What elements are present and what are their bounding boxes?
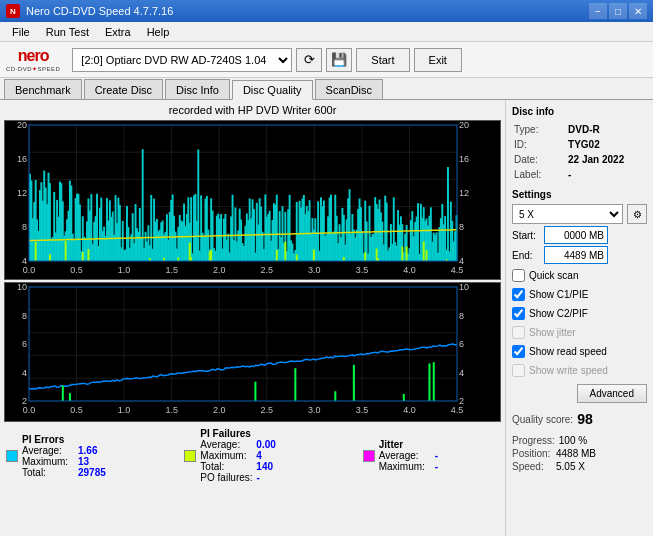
quick-scan-label: Quick scan (529, 270, 578, 281)
progress-section: Progress: 100 % Position: 4488 MB Speed:… (512, 435, 647, 472)
disc-date-row: Date: 22 Jan 2022 (514, 153, 645, 166)
disc-info-table: Type: DVD-R ID: TYG02 Date: 22 Jan 2022 … (512, 121, 647, 183)
title-bar: N Nero CD-DVD Speed 4.7.7.16 − □ ✕ (0, 0, 653, 22)
pi-errors-stats: PI Errors Average:1.66 Maximum:13 Total:… (6, 428, 176, 483)
show-jitter-row: Show jitter (512, 326, 647, 339)
show-c1-pie-row: Show C1/PIE (512, 288, 647, 301)
disc-id-row: ID: TYG02 (514, 138, 645, 151)
tab-disc-quality[interactable]: Disc Quality (232, 80, 313, 100)
chart-area: recorded with HP DVD Writer 600r PI Erro… (0, 100, 505, 536)
show-jitter-label: Show jitter (529, 327, 576, 338)
position-row: Position: 4488 MB (512, 448, 647, 459)
top-chart (4, 120, 501, 280)
progress-value: 100 % (559, 435, 587, 446)
end-row: End: (512, 246, 647, 264)
stats-row: PI Errors Average:1.66 Maximum:13 Total:… (4, 424, 501, 483)
settings-title: Settings (512, 189, 647, 200)
menu-bar: File Run Test Extra Help (0, 22, 653, 42)
tab-disc-info[interactable]: Disc Info (165, 79, 230, 99)
quality-score-row: Quality score: 98 (512, 411, 647, 427)
show-read-speed-label: Show read speed (529, 346, 607, 357)
close-button[interactable]: ✕ (629, 3, 647, 19)
app-icon: N (6, 4, 20, 18)
pi-failures-values: Average:0.00 Maximum:4 Total:140 PO fail… (200, 439, 286, 483)
nero-logo-text: nero (18, 47, 49, 65)
jitter-stats: Jitter Average:- Maximum:- (363, 428, 499, 483)
progress-row: Progress: 100 % (512, 435, 647, 446)
show-c1-pie-checkbox[interactable] (512, 288, 525, 301)
disc-label-row: Label: - (514, 168, 645, 181)
disc-type-label: Type: (514, 123, 566, 136)
chart-header: recorded with HP DVD Writer 600r (4, 104, 501, 116)
title-text: Nero CD-DVD Speed 4.7.7.16 (26, 5, 587, 17)
bottom-chart (4, 282, 501, 422)
start-label: Start: (512, 230, 540, 241)
settings-icon-button[interactable]: ⚙ (627, 204, 647, 224)
start-row: Start: (512, 226, 647, 244)
speed-select[interactable]: 5 X 1 X 2 X 4 X 8 X Maximum (512, 204, 623, 224)
speed-value: 5.05 X (556, 461, 585, 472)
disc-date-value: 22 Jan 2022 (568, 153, 645, 166)
tab-create-disc[interactable]: Create Disc (84, 79, 163, 99)
disc-type-row: Type: DVD-R (514, 123, 645, 136)
show-jitter-checkbox[interactable] (512, 326, 525, 339)
pi-failures-label: PI Failures (200, 428, 286, 439)
save-button[interactable]: 💾 (326, 48, 352, 72)
menu-help[interactable]: Help (139, 24, 178, 40)
show-read-speed-checkbox[interactable] (512, 345, 525, 358)
minimize-button[interactable]: − (589, 3, 607, 19)
speed-row: Speed: 5.05 X (512, 461, 647, 472)
jitter-label: Jitter (379, 439, 465, 450)
disc-label-value: - (568, 168, 645, 181)
quick-scan-checkbox[interactable] (512, 269, 525, 282)
drive-selector[interactable]: [2:0] Optiarc DVD RW AD-7240S 1.04 (72, 48, 292, 72)
tab-benchmark[interactable]: Benchmark (4, 79, 82, 99)
show-write-speed-row: Show write speed (512, 364, 647, 377)
quick-scan-row: Quick scan (512, 269, 647, 282)
right-panel: Disc info Type: DVD-R ID: TYG02 Date: 22… (505, 100, 653, 536)
pi-errors-values: Average:1.66 Maximum:13 Total:29785 (22, 445, 108, 478)
disc-date-label: Date: (514, 153, 566, 166)
settings-section: 5 X 1 X 2 X 4 X 8 X Maximum ⚙ Start: End… (512, 204, 647, 264)
start-button[interactable]: Start (356, 48, 409, 72)
disc-type-value: DVD-R (568, 123, 645, 136)
quality-score-label: Quality score: (512, 414, 573, 425)
position-value: 4488 MB (556, 448, 596, 459)
maximize-button[interactable]: □ (609, 3, 627, 19)
show-c1-pie-label: Show C1/PIE (529, 289, 588, 300)
end-label: End: (512, 250, 540, 261)
speed-row: 5 X 1 X 2 X 4 X 8 X Maximum ⚙ (512, 204, 647, 224)
menu-file[interactable]: File (4, 24, 38, 40)
refresh-button[interactable]: ⟳ (296, 48, 322, 72)
tabs: Benchmark Create Disc Disc Info Disc Qua… (0, 78, 653, 100)
disc-id-label: ID: (514, 138, 566, 151)
jitter-values: Average:- Maximum:- (379, 450, 465, 472)
pi-errors-legend (6, 450, 18, 462)
menu-run-test[interactable]: Run Test (38, 24, 97, 40)
show-c2-pif-label: Show C2/PIF (529, 308, 588, 319)
toolbar: nero CD·DVD✦SPEED [2:0] Optiarc DVD RW A… (0, 42, 653, 78)
start-input[interactable] (544, 226, 608, 244)
position-label: Position: (512, 448, 552, 459)
disc-label-label: Label: (514, 168, 566, 181)
progress-label: Progress: (512, 435, 555, 446)
main-content: recorded with HP DVD Writer 600r PI Erro… (0, 100, 653, 536)
advanced-button[interactable]: Advanced (577, 384, 647, 403)
pi-failures-stats: PI Failures Average:0.00 Maximum:4 Total… (184, 428, 354, 483)
disc-info-title: Disc info (512, 106, 647, 117)
jitter-legend (363, 450, 375, 462)
app-logo: nero CD·DVD✦SPEED (6, 47, 60, 72)
pi-failures-legend (184, 450, 196, 462)
tab-scan-disc[interactable]: ScanDisc (315, 79, 383, 99)
disc-id-value: TYG02 (568, 138, 645, 151)
show-read-speed-row: Show read speed (512, 345, 647, 358)
quality-score-value: 98 (577, 411, 593, 427)
show-write-speed-label: Show write speed (529, 365, 608, 376)
show-write-speed-checkbox[interactable] (512, 364, 525, 377)
menu-extra[interactable]: Extra (97, 24, 139, 40)
show-c2-pif-checkbox[interactable] (512, 307, 525, 320)
speed-label: Speed: (512, 461, 552, 472)
show-c2-pif-row: Show C2/PIF (512, 307, 647, 320)
end-input[interactable] (544, 246, 608, 264)
exit-button[interactable]: Exit (414, 48, 462, 72)
